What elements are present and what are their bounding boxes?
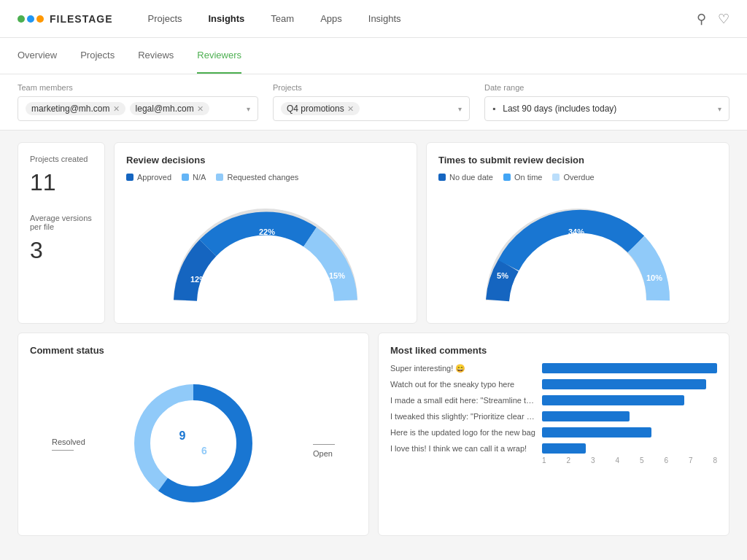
project-tag-1-close[interactable]: ✕: [347, 104, 354, 114]
dot-green: [18, 15, 25, 23]
bar-track-2: [542, 395, 717, 405]
header-actions: ⚲ ♡: [697, 11, 729, 27]
date-filter-arrow: ▾: [718, 105, 721, 113]
comment-status-chart-area: Resolved 9 6 Op: [30, 363, 357, 524]
bar-row-1: Watch out for the sneaky typo here: [390, 379, 717, 389]
legend-na-dot: [182, 174, 189, 181]
team-tag-1: marketing@mh.com ✕: [26, 102, 125, 115]
legend-no-due: No due date: [438, 173, 493, 182]
projects-filter-arrow: ▾: [458, 105, 462, 113]
most-liked-card: Most liked comments Super interesting! 😄…: [378, 332, 729, 536]
legend-na: N/A: [182, 173, 206, 182]
projects-filter-label: Projects: [273, 83, 470, 92]
axis-3: 3: [591, 456, 595, 464]
avg-versions-section: Average versions per file 3: [30, 214, 93, 264]
bar-label-3: I tweaked this slightly: "Prioritize cle…: [390, 412, 536, 421]
bar-label-0: Super interesting! 😄: [390, 364, 536, 373]
team-filter-input[interactable]: marketing@mh.com ✕ legal@mh.com ✕ ▾: [18, 96, 258, 121]
nav-insights[interactable]: Insights: [209, 10, 245, 27]
svg-text:10%: 10%: [646, 273, 662, 282]
axis-labels: 1 2 3 4 5 6 7 8: [390, 456, 717, 464]
bar-fill-0: [542, 363, 717, 373]
bar-track-4: [542, 427, 717, 438]
donut-open-value: 6: [201, 445, 207, 456]
bar-track-0: [542, 363, 717, 373]
svg-text:15%: 15%: [329, 271, 345, 280]
logo-text: FILESTAGE: [50, 13, 113, 25]
times-submit-legend: No due date On time Overdue: [438, 173, 717, 182]
subnav-overview[interactable]: Overview: [18, 38, 57, 74]
axis-7: 7: [689, 456, 693, 464]
team-tag-2-close[interactable]: ✕: [197, 104, 204, 114]
logo-dots: [18, 15, 44, 23]
axis-4: 4: [615, 456, 619, 464]
projects-filter-group: Projects Q4 promotions ✕ ▾: [273, 83, 470, 121]
svg-text:12%: 12%: [190, 275, 206, 284]
nav-team[interactable]: Team: [271, 10, 294, 27]
team-tag-1-close[interactable]: ✕: [113, 104, 120, 114]
axis-8: 8: [713, 456, 717, 464]
bar-row-2: I made a small edit here: "Streamline th…: [390, 395, 717, 405]
svg-text:5%: 5%: [497, 271, 508, 280]
bar-fill-1: [542, 379, 706, 389]
review-decisions-legend: Approved N/A Requested changes: [126, 173, 405, 182]
axis-2: 2: [566, 456, 570, 464]
times-submit-svg: 5% 34% 10%: [468, 187, 687, 311]
axis-1: 1: [542, 456, 546, 464]
subnav-projects[interactable]: Projects: [80, 38, 115, 74]
date-filter-value: Last 90 days (includes today): [503, 104, 616, 114]
search-icon[interactable]: ⚲: [697, 11, 706, 27]
subnav-reviewers[interactable]: Reviewers: [197, 38, 241, 74]
bar-row-3: I tweaked this slightly: "Prioritize cle…: [390, 411, 717, 421]
times-submit-card: Times to submit review decision No due d…: [426, 142, 729, 324]
bar-fill-5: [542, 443, 586, 454]
subnav: Overview Projects Reviews Reviewers: [0, 38, 747, 74]
legend-on-time: On time: [503, 173, 543, 182]
team-filter-label: Team members: [18, 83, 258, 92]
review-decisions-title: Review decisions: [126, 155, 405, 166]
project-tag-1: Q4 promotions ✕: [281, 102, 360, 115]
legend-overdue-dot: [552, 174, 560, 181]
resolved-label-area: Resolved: [52, 436, 85, 451]
bar-row-0: Super interesting! 😄: [390, 363, 717, 373]
top-grid: Projects created 11 Average versions per…: [18, 142, 729, 324]
projects-created-label: Projects created: [30, 155, 93, 163]
bar-track-5: [542, 443, 717, 454]
main-content: Projects created 11 Average versions per…: [0, 131, 747, 560]
avg-versions-label: Average versions per file: [30, 214, 93, 231]
bar-row-4: Here is the updated logo for the new bag: [390, 427, 717, 438]
open-label: Open: [313, 449, 333, 458]
bar-label-4: Here is the updated logo for the new bag: [390, 428, 536, 437]
svg-text:34%: 34%: [568, 228, 584, 236]
dot-blue: [27, 15, 34, 23]
bell-icon[interactable]: ♡: [718, 11, 729, 27]
nav-apps[interactable]: Apps: [320, 10, 342, 27]
comment-status-card: Comment status Resolved 9 6: [18, 332, 369, 536]
legend-overdue: Overdue: [552, 173, 594, 182]
team-tag-2: legal@mh.com ✕: [130, 102, 209, 115]
date-filter-input[interactable]: ▪ Last 90 days (includes today) ▾: [484, 96, 729, 121]
bar-track-1: [542, 379, 717, 389]
legend-requested: Requested changes: [216, 173, 298, 182]
most-liked-bar-chart: Super interesting! 😄 Watch out for the s…: [390, 363, 717, 454]
comment-donut-svg: 9 6: [120, 370, 266, 516]
legend-requested-dot: [216, 174, 223, 181]
legend-approved-dot: [126, 174, 133, 181]
team-filter-group: Team members marketing@mh.com ✕ legal@mh…: [18, 83, 258, 121]
projects-filter-input[interactable]: Q4 promotions ✕ ▾: [273, 96, 470, 121]
comment-status-title: Comment status: [30, 345, 357, 356]
resolved-label: Resolved: [52, 438, 85, 446]
nav-insights2[interactable]: Insights: [368, 10, 401, 27]
legend-approved: Approved: [126, 173, 171, 182]
nav-projects[interactable]: Projects: [148, 10, 182, 27]
projects-created-section: Projects created 11: [30, 155, 93, 196]
projects-created-value: 11: [30, 169, 93, 196]
open-label-area: Open: [313, 444, 335, 459]
times-submit-title: Times to submit review decision: [438, 155, 717, 166]
most-liked-title: Most liked comments: [390, 345, 717, 356]
subnav-reviews[interactable]: Reviews: [138, 38, 174, 74]
review-decisions-card: Review decisions Approved N/A Requested …: [114, 142, 417, 324]
stats-card: Projects created 11 Average versions per…: [18, 142, 105, 324]
axis-6: 6: [664, 456, 668, 464]
bar-row-5: I love this! I think we can call it a wr…: [390, 443, 717, 454]
